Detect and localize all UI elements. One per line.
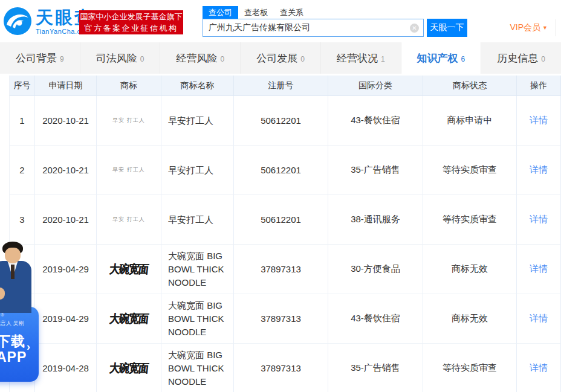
detail-link-text[interactable]: 详情 [530,263,548,275]
trademark-name: 大碗宽面 BIG BOWL THICK NOODLE [161,245,234,294]
trademark-status: 商标无效 [423,294,517,344]
search-area: 查公司查老板查关系 ✕ 天眼一下 [203,6,467,37]
trademark-name: 早安打工人 [161,96,234,146]
trademark-status: 等待实质审查 [423,344,517,392]
search-tab-查公司[interactable]: 查公司 [203,6,238,19]
table-header-row: 序号申请日期商标商标名称注册号国际分类商标状态操作 [9,76,561,96]
column-header-国际分类: 国际分类 [328,76,423,96]
column-header-申请日期: 申请日期 [35,76,97,96]
table-row: 32020-10-21早安 打工人早安打工人5061220138-通讯服务等待实… [9,195,561,245]
apply-date: 2020-10-21 [35,96,97,146]
international-class: 43-餐饮住宿 [328,96,423,146]
nav-tab-count: 0 [220,55,224,63]
banner-brand-fragment: 查® [0,312,35,318]
column-header-商标状态: 商标状态 [423,76,517,96]
chevron-right-icon: › [27,341,30,353]
detail-link[interactable]: 详情 [517,245,561,294]
trademark-image: 大碗宽面 [97,294,161,344]
column-header-序号: 序号 [9,76,35,96]
row-index: 3 [9,195,35,245]
trademark-status: 商标无效 [423,245,517,294]
clear-input-icon[interactable]: ✕ [410,24,419,33]
detail-link-text[interactable]: 详情 [530,362,548,374]
nav-tab-知识产权[interactable]: 知识产权6 [401,42,482,74]
detail-link-text[interactable]: 详情 [530,115,548,126]
banner-spokesman-label: 代言人 吴刚 [0,320,35,327]
nav-tab-公司背景[interactable]: 公司背景9 [0,42,80,74]
trademark-name: 早安打工人 [161,146,234,195]
registration-number: 50612201 [234,96,328,146]
table-row: 52019-04-29大碗宽面大碗宽面 BIG BOWL THICK NOODL… [9,294,561,344]
trademark-name: 大碗宽面 BIG BOWL THICK NOODLE [161,344,234,392]
search-type-tabs: 查公司查老板查关系 [203,6,467,19]
download-app-banner[interactable]: 查® 代言人 吴刚 下载 APP › [0,242,40,382]
detail-link[interactable]: 详情 [517,294,561,344]
registration-number: 50612201 [234,195,328,245]
nav-tab-公司发展[interactable]: 公司发展0 [241,42,321,74]
trademark-image: 大碗宽面 [97,245,161,294]
nav-tab-label: 公司发展 [256,51,297,65]
download-app-label: 下载 APP [0,333,27,365]
nav-tab-经营风险[interactable]: 经营风险0 [160,42,241,74]
detail-link-text[interactable]: 详情 [530,214,548,225]
nav-tab-count: 0 [140,55,144,63]
header-divider [556,19,556,36]
spokesman-photo [0,242,31,313]
international-class: 30-方便食品 [328,245,423,294]
nav-tab-count: 6 [461,55,465,63]
company-search-input[interactable] [203,19,424,37]
nav-tab-count: 0 [541,55,545,63]
search-tab-查老板[interactable]: 查老板 [238,6,274,19]
table-row: 62019-04-28大碗宽面大碗宽面 BIG BOWL THICK NOODL… [9,344,561,392]
table-body: 12020-10-21早安 打工人早安打工人5061220143-餐饮住宿商标申… [9,96,561,392]
nav-tab-label: 经营状况 [337,51,378,65]
nav-tab-label: 历史信息 [497,51,538,65]
trademark-image: 大碗宽面 [97,344,161,392]
trademark-table: 序号申请日期商标商标名称注册号国际分类商标状态操作 12020-10-21早安 … [9,76,561,392]
detail-link[interactable]: 详情 [517,96,561,146]
nav-tab-历史信息[interactable]: 历史信息0 [481,42,561,74]
international-class: 38-通讯服务 [328,195,423,245]
table-row: 12020-10-21早安 打工人早安打工人5061220143-餐饮住宿商标申… [9,96,561,146]
apply-date: 2020-10-21 [35,195,97,245]
caret-down-icon: ▼ [542,25,548,31]
trademark-status: 等待实质审查 [423,195,517,245]
trademark-name: 大碗宽面 BIG BOWL THICK NOODLE [161,294,234,344]
international-class: 35-广告销售 [328,146,423,195]
detail-link-text[interactable]: 详情 [530,313,548,324]
international-class: 43-餐饮住宿 [328,294,423,344]
nav-tab-经营状况[interactable]: 经营状况1 [321,42,401,74]
column-header-操作: 操作 [517,76,561,96]
nav-tab-label: 经营风险 [176,51,217,65]
trademark-image: 早安 打工人 [97,96,161,146]
search-tab-查关系[interactable]: 查关系 [274,6,310,19]
apply-date: 2020-10-21 [35,146,97,195]
site-header: 天眼查 TianYanCha.com 国家中小企业发展子基金旗下 官方备案企业征… [0,0,561,42]
nav-tab-count: 1 [381,55,385,63]
vip-member-link[interactable]: VIP会员▼ [510,22,548,33]
trademark-image: 早安 打工人 [97,146,161,195]
trademark-status: 商标申请中 [423,96,517,146]
search-button[interactable]: 天眼一下 [427,19,467,37]
column-header-注册号: 注册号 [234,76,328,96]
nav-tab-count: 9 [60,55,64,63]
registration-number: 37897313 [234,344,328,392]
banner-meta: 查® 代言人 吴刚 [0,312,35,327]
registration-number: 37897313 [234,245,328,294]
tianyancha-eye-icon [3,7,32,36]
nav-tab-label: 知识产权 [417,51,458,65]
detail-link-text[interactable]: 详情 [530,164,548,176]
detail-link[interactable]: 详情 [517,146,561,195]
nav-tab-司法风险[interactable]: 司法风险0 [80,42,161,74]
apply-date: 2019-04-29 [35,294,97,344]
trademark-name: 早安打工人 [161,195,234,245]
badge-line2: 官方备案企业征信机构 [79,22,183,34]
apply-date: 2019-04-29 [35,245,97,294]
detail-link[interactable]: 详情 [517,344,561,392]
trademark-image: 早安 打工人 [97,195,161,245]
column-header-商标名称: 商标名称 [161,76,234,96]
detail-link[interactable]: 详情 [517,195,561,245]
table-row: 42019-04-29大碗宽面大碗宽面 BIG BOWL THICK NOODL… [9,245,561,294]
apply-date: 2019-04-28 [35,344,97,392]
nav-tab-count: 0 [300,55,305,63]
